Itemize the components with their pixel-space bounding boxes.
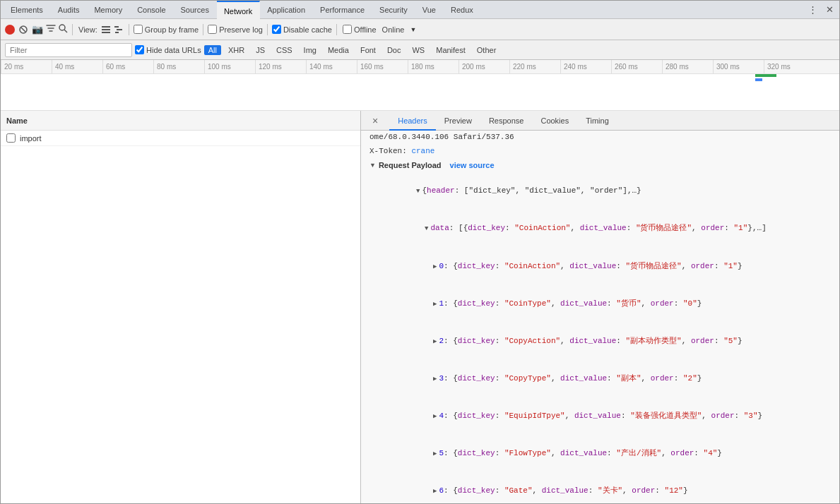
detail-tabs: × Headers Preview Response Cookies Timin… — [361, 111, 839, 131]
hide-data-urls-label[interactable]: Hide data URLs — [135, 45, 201, 54]
ruler-tick: 160 ms — [357, 60, 408, 73]
tab-elements[interactable]: Elements — [4, 1, 51, 19]
list-view-icon[interactable] — [100, 24, 112, 35]
ruler-tick: 60 ms — [102, 60, 153, 73]
x-token-value: crane — [411, 147, 434, 155]
request-row-name: import — [20, 134, 42, 143]
group-by-frame-label[interactable]: Group by frame — [134, 25, 199, 34]
separator-1 — [72, 24, 73, 35]
offline-label[interactable]: Offline — [343, 25, 377, 34]
tree-area: ▼{header: ["dict_key", "dict_value", "or… — [361, 172, 839, 504]
preserve-log-label[interactable]: Preserve log — [208, 25, 263, 34]
filter-css-btn[interactable]: CSS — [272, 45, 297, 55]
clear-button[interactable] — [18, 24, 29, 35]
disable-cache-checkbox[interactable] — [272, 25, 281, 34]
search-button[interactable] — [59, 24, 68, 35]
ruler-tick: 280 ms — [662, 60, 713, 73]
tab-vue[interactable]: Vue — [415, 1, 444, 19]
online-label: Online — [379, 25, 408, 34]
waterfall-view-icon[interactable] — [113, 24, 124, 35]
root-triangle[interactable]: ▼ — [416, 188, 420, 195]
tree-item-0[interactable]: ▶0: {dict_key: "CoinAction", dict_value:… — [361, 247, 839, 284]
request-payload-section-header[interactable]: ▼ Request Payload view source — [361, 158, 839, 172]
filter-ws-btn[interactable]: WS — [408, 45, 429, 55]
detail-tab-headers[interactable]: Headers — [389, 111, 436, 131]
view-icons — [100, 24, 124, 35]
filter-doc-btn[interactable]: Doc — [383, 45, 406, 55]
group-by-frame-checkbox[interactable] — [134, 25, 143, 34]
svg-rect-9 — [115, 32, 119, 33]
close-devtools-icon[interactable]: ✕ — [822, 3, 836, 17]
hide-data-urls-checkbox[interactable] — [135, 45, 144, 54]
tab-network[interactable]: Network — [217, 1, 260, 19]
detail-tab-response[interactable]: Response — [480, 111, 533, 131]
separator-5 — [336, 24, 337, 35]
request-row-import[interactable]: import — [1, 131, 360, 146]
view-source-link[interactable]: view source — [450, 161, 495, 169]
detail-content: ome/68.0.3440.106 Safari/537.36 X-Token:… — [361, 131, 839, 504]
tab-bar-icons: ⋮ ✕ — [805, 3, 836, 17]
ruler-tick: 300 ms — [713, 60, 764, 73]
tree-item-4[interactable]: ▶4: {dict_key: "EquipIdTpye", dict_value… — [361, 397, 839, 435]
separator-3 — [203, 24, 203, 35]
offline-checkbox[interactable] — [343, 25, 352, 34]
root-brace: {header: ["dict_key", "dict_value", "ord… — [422, 186, 641, 195]
detail-tab-cookies[interactable]: Cookies — [532, 111, 577, 131]
ruler-tick: 320 ms — [764, 60, 815, 73]
tab-bar: Elements Audits Memory Console Sources N… — [1, 1, 839, 19]
tree-item-2[interactable]: ▶2: {dict_key: "CopyAction", dict_value:… — [361, 323, 839, 360]
tab-sources[interactable]: Sources — [174, 1, 217, 19]
more-tabs-icon[interactable]: ⋮ — [805, 3, 820, 17]
x-token-key: X-Token: — [369, 147, 407, 155]
svg-point-2 — [59, 25, 65, 30]
tab-redux[interactable]: Redux — [444, 1, 481, 19]
filter-img-btn[interactable]: Img — [300, 45, 321, 55]
filter-other-btn[interactable]: Other — [473, 45, 501, 55]
tree-item-6[interactable]: ▶6: {dict_key: "Gate", dict_value: "关卡",… — [361, 472, 839, 504]
svg-rect-5 — [102, 29, 110, 30]
tree-data-row[interactable]: ▼data: [{dict_key: "CoinAction", dict_va… — [361, 210, 839, 247]
tree-item-5[interactable]: ▶5: {dict_key: "FlowType", dict_value: "… — [361, 435, 839, 472]
filter-js-btn[interactable]: JS — [252, 45, 269, 55]
timeline: 20 ms40 ms60 ms80 ms100 ms120 ms140 ms16… — [1, 60, 839, 111]
name-column-header: Name — [6, 116, 28, 125]
filter-xhr-btn[interactable]: XHR — [224, 45, 249, 55]
section-triangle: ▼ — [369, 162, 376, 169]
ruler-tick: 180 ms — [408, 60, 459, 73]
request-row-checkbox[interactable] — [6, 133, 16, 143]
throttle-dropdown[interactable]: ▼ — [410, 26, 416, 33]
ruler-tick: 80 ms — [153, 60, 204, 73]
ruler-tick: 20 ms — [1, 60, 52, 73]
record-button[interactable] — [5, 25, 15, 35]
filter-all-btn[interactable]: All — [204, 45, 221, 55]
disable-cache-label[interactable]: Disable cache — [272, 25, 332, 34]
tree-root[interactable]: ▼{header: ["dict_key", "dict_value", "or… — [361, 172, 839, 210]
request-list: import — [1, 131, 360, 504]
filter-manifest-btn[interactable]: Manifest — [432, 45, 470, 55]
request-payload-label: Request Payload — [379, 161, 442, 169]
preserve-log-checkbox[interactable] — [208, 25, 217, 34]
filter-input[interactable] — [5, 43, 132, 57]
x-token-line: X-Token: crane — [361, 145, 839, 159]
filter-button[interactable] — [46, 23, 56, 35]
tab-audits[interactable]: Audits — [51, 1, 88, 19]
screenshot-button[interactable]: 📷 — [32, 24, 43, 35]
filter-media-btn[interactable]: Media — [324, 45, 353, 55]
tab-application[interactable]: Application — [260, 1, 313, 19]
filter-icon — [46, 23, 56, 33]
tree-item-1[interactable]: ▶1: {dict_key: "CoinType", dict_value: "… — [361, 285, 839, 323]
detail-tab-preview[interactable]: Preview — [436, 111, 480, 131]
tab-performance[interactable]: Performance — [313, 1, 372, 19]
tab-close-btn[interactable]: × — [364, 111, 386, 131]
detail-tab-timing[interactable]: Timing — [577, 111, 617, 131]
tab-console[interactable]: Console — [130, 1, 173, 19]
stop-icon — [19, 25, 28, 34]
ruler-tick: 40 ms — [52, 60, 102, 73]
tab-security[interactable]: Security — [372, 1, 415, 19]
filter-font-btn[interactable]: Font — [356, 45, 380, 55]
tab-memory[interactable]: Memory — [87, 1, 130, 19]
ruler-tick: 120 ms — [255, 60, 306, 73]
tree-item-3[interactable]: ▶3: {dict_key: "CopyType", dict_value: "… — [361, 360, 839, 397]
svg-line-1 — [21, 28, 25, 32]
ruler-tick: 100 ms — [204, 60, 255, 73]
